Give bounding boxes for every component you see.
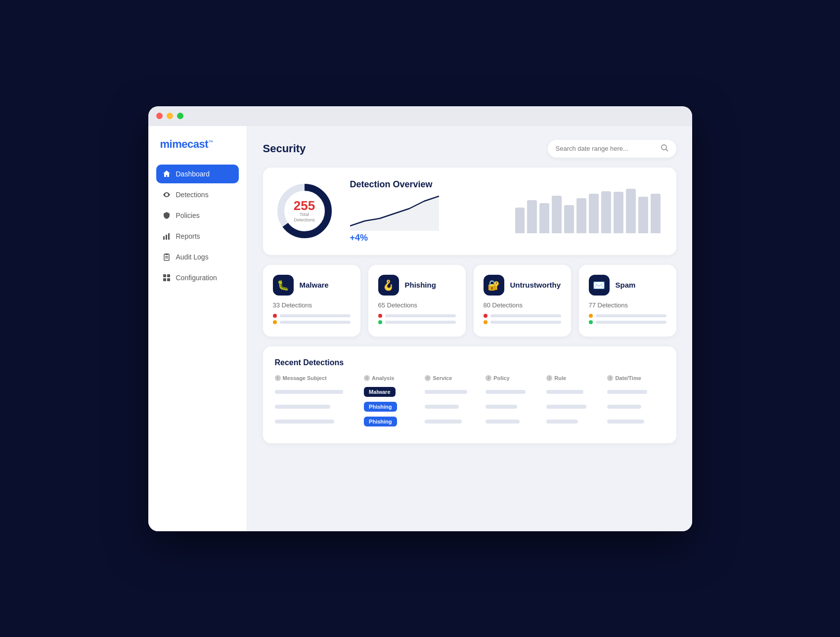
- phishing-count: 65 Detections: [378, 301, 456, 309]
- phishing-bar-1: [378, 314, 456, 318]
- malware-bar-1: [273, 314, 351, 318]
- titlebar: [148, 106, 692, 126]
- cell-analysis: Phishing: [364, 402, 421, 412]
- red-dot: [273, 314, 277, 318]
- col-rule[interactable]: ↕ Rule: [546, 375, 603, 381]
- home-icon: [162, 170, 171, 178]
- percent-badge: +4%: [350, 233, 495, 243]
- malware-header: 🐛 Malware: [273, 275, 351, 296]
- line-chart: [350, 194, 439, 231]
- untrustworthy-count: 80 Detections: [484, 301, 561, 309]
- sidebar-item-reports[interactable]: Reports: [156, 227, 239, 246]
- bar-4: [552, 196, 562, 233]
- bar-9: [614, 192, 623, 233]
- bar-5: [564, 205, 574, 233]
- bar-11: [638, 197, 648, 233]
- red-dot: [378, 314, 382, 318]
- logo: mimecast™: [156, 138, 239, 151]
- cell-policy: [486, 420, 542, 424]
- col-policy[interactable]: ↕ Policy: [486, 375, 542, 381]
- mini-bar: [385, 321, 456, 324]
- untrustworthy-header: 🔐 Untrustworthy: [484, 275, 561, 296]
- app-body: mimecast™ Dashboard Detections: [148, 126, 692, 531]
- cell-subject: [275, 405, 360, 409]
- detection-grid: 🐛 Malware 33 Detections: [263, 265, 676, 337]
- cell-analysis: Malware: [364, 387, 421, 397]
- svg-rect-4: [165, 254, 168, 255]
- table-row: Phishing: [275, 402, 664, 412]
- overview-card: 255 Total Detections Detection Overview …: [263, 168, 676, 255]
- search-input[interactable]: [556, 145, 657, 152]
- bar-chart: [511, 189, 664, 233]
- untrustworthy-bar-2: [484, 320, 561, 324]
- malware-card: 🐛 Malware 33 Detections: [263, 265, 360, 337]
- cell-subject: [275, 420, 360, 424]
- bar-3: [539, 203, 549, 233]
- sidebar: mimecast™ Dashboard Detections: [148, 126, 247, 531]
- col-analysis[interactable]: ↕ Analysis: [364, 375, 421, 381]
- overview-title: Detection Overview: [350, 179, 495, 190]
- eye-icon: [162, 190, 171, 199]
- sidebar-item-configuration[interactable]: Configuration: [156, 268, 239, 287]
- malware-title: Malware: [300, 281, 329, 289]
- bar-6: [576, 198, 586, 233]
- sort-icon: ↕: [364, 375, 370, 381]
- cell-service: [425, 420, 482, 424]
- col-service[interactable]: ↕ Service: [425, 375, 482, 381]
- top-bar: Security: [263, 140, 676, 158]
- cell-datetime: [607, 420, 664, 424]
- maximize-button[interactable]: [177, 113, 183, 119]
- phishing-icon: 🪝: [378, 275, 399, 296]
- shield-icon: [162, 211, 171, 220]
- spam-header: ✉️ Spam: [589, 275, 666, 296]
- svg-rect-9: [163, 278, 166, 281]
- search-bar[interactable]: [548, 140, 676, 158]
- cell-analysis: Phishing: [364, 417, 421, 426]
- spam-count: 77 Detections: [589, 301, 666, 309]
- sidebar-item-policies[interactable]: Policies: [156, 206, 239, 225]
- minimize-button[interactable]: [167, 113, 173, 119]
- sidebar-item-audit-logs[interactable]: Audit Logs: [156, 248, 239, 266]
- untrustworthy-card: 🔐 Untrustworthy 80 Detections: [474, 265, 571, 337]
- sort-icon: ↕: [486, 375, 491, 381]
- recent-title: Recent Detections: [275, 358, 664, 367]
- malware-icon: 🐛: [273, 275, 294, 296]
- sidebar-item-dashboard[interactable]: Dashboard: [156, 165, 239, 183]
- green-dot: [378, 320, 382, 324]
- sidebar-item-detections[interactable]: Detections: [156, 185, 239, 204]
- cell-rule: [546, 390, 603, 394]
- col-datetime[interactable]: ↕ Date/Time: [607, 375, 664, 381]
- svg-rect-7: [163, 274, 166, 277]
- bar-7: [589, 194, 599, 233]
- phishing-card: 🪝 Phishing 65 Detections: [368, 265, 466, 337]
- red-dot: [484, 314, 487, 318]
- bar-10: [626, 189, 636, 233]
- spam-title: Spam: [616, 281, 636, 289]
- svg-rect-8: [167, 274, 170, 277]
- cell-service: [425, 405, 482, 409]
- phishing-title: Phishing: [405, 281, 436, 289]
- bar-8: [601, 191, 611, 234]
- cell-subject: [275, 390, 360, 394]
- svg-rect-1: [166, 235, 167, 240]
- cell-datetime: [607, 390, 664, 394]
- malware-count: 33 Detections: [273, 301, 351, 309]
- svg-point-11: [662, 145, 666, 150]
- untrustworthy-title: Untrustworthy: [510, 281, 561, 289]
- spam-card: ✉️ Spam 77 Detections: [579, 265, 676, 337]
- grid-icon: [162, 273, 171, 282]
- phishing-header: 🪝 Phishing: [378, 275, 456, 296]
- main-content: Security: [247, 126, 692, 531]
- cell-policy: [486, 405, 542, 409]
- page-title: Security: [263, 142, 306, 155]
- cell-datetime: [607, 405, 664, 409]
- col-message-subject[interactable]: ↕ Message Subject: [275, 375, 360, 381]
- chart-icon: [162, 232, 171, 241]
- cell-rule: [546, 420, 603, 424]
- mini-bar: [280, 321, 351, 324]
- svg-rect-2: [168, 233, 170, 240]
- untrustworthy-bar-1: [484, 314, 561, 318]
- mini-bar: [385, 314, 456, 317]
- close-button[interactable]: [156, 113, 163, 119]
- sort-icon: ↕: [425, 375, 431, 381]
